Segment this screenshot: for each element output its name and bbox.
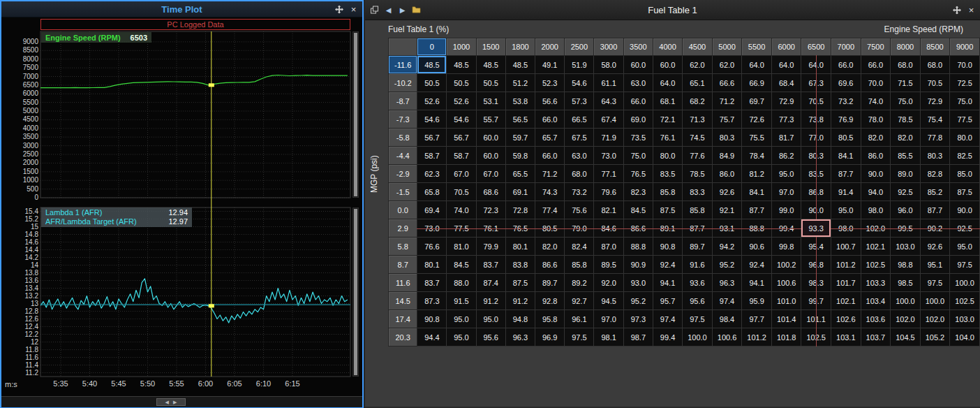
fuel-cell[interactable]: 99.0 [771,201,801,219]
fuel-cell[interactable]: 97.3 [623,310,653,328]
fuel-cell[interactable]: 86.2 [771,147,801,165]
fuel-cell[interactable]: 99.4 [653,328,682,347]
fuel-cell[interactable]: 69.0 [623,110,653,129]
mgp-row-header[interactable]: -1.5 [389,183,417,201]
fuel-cell[interactable]: 56.5 [505,110,535,129]
fuel-cell[interactable]: 80.0 [950,129,980,147]
fuel-cell[interactable]: 102.5 [801,328,831,347]
fuel-cell[interactable]: 91.2 [505,292,535,310]
fuel-cell[interactable]: 77.6 [683,147,713,165]
fuel-cell[interactable]: 64.0 [653,74,682,92]
fuel-cell[interactable]: 86.0 [712,165,742,183]
fuel-cell[interactable]: 87.7 [831,165,861,183]
fuel-cell[interactable]: 91.4 [831,183,861,201]
fuel-cell[interactable]: 90.0 [801,201,831,219]
fuel-cell[interactable]: 85.8 [683,201,713,219]
fuel-cell[interactable]: 72.9 [920,92,950,110]
fuel-cell[interactable]: 73.2 [831,92,861,110]
fuel-cell[interactable]: 98.3 [801,274,831,292]
fuel-cell[interactable]: 82.0 [861,129,891,147]
fuel-cell[interactable]: 94.2 [712,238,742,256]
fuel-cell[interactable]: 82.0 [535,238,565,256]
mgp-row-header[interactable]: 2.9 [389,219,417,238]
close-icon[interactable]: × [349,5,358,14]
fuel-cell[interactable]: 95.0 [771,165,801,183]
fuel-cell[interactable]: 97.5 [683,310,713,328]
fuel-cell[interactable]: 73.0 [417,219,447,238]
fuel-cell[interactable]: 53.8 [505,92,535,110]
fuel-cell[interactable]: 78.0 [861,110,891,129]
fuel-cell[interactable]: 94.0 [861,183,891,201]
fuel-cell[interactable]: 78.5 [683,165,713,183]
fuel-cell[interactable]: 95.2 [623,292,653,310]
fuel-cell[interactable]: 71.2 [535,165,565,183]
fuel-cell[interactable]: 100.6 [712,328,742,347]
fuel-cell[interactable]: 98.5 [891,274,921,292]
fuel-cell[interactable]: 98.8 [891,256,921,274]
fuel-cell[interactable]: 89.7 [535,274,565,292]
fuel-cell[interactable]: 102.6 [831,310,861,328]
fuel-cell[interactable]: 95.0 [447,328,476,347]
fuel-cell[interactable]: 84.1 [742,183,772,201]
fuel-cell[interactable]: 75.0 [950,92,980,110]
rpm-vertical-scrollbar[interactable] [352,31,359,198]
fuel-cell[interactable]: 95.0 [447,310,476,328]
fuel-cell[interactable]: 103.4 [861,292,891,310]
fuel-cell[interactable]: 103.3 [861,274,891,292]
fuel-cell[interactable]: 103.0 [891,238,921,256]
fuel-cell[interactable]: 50.5 [447,74,476,92]
fuel-cell[interactable]: 84.6 [594,219,623,238]
fuel-cell[interactable]: 64.0 [742,56,772,74]
fuel-cell[interactable]: 90.0 [861,165,891,183]
rpm-col-header[interactable]: 9000 [950,38,980,56]
fuel-cell[interactable]: 94.4 [417,328,447,347]
fuel-cell[interactable]: 105.2 [920,328,950,347]
fuel-cell[interactable]: 74.5 [683,129,713,147]
fuel-cell[interactable]: 74.3 [535,183,565,201]
fuel-cell[interactable]: 97.5 [950,256,980,274]
fuel-cell[interactable]: 76.1 [653,129,682,147]
fuel-cell[interactable]: 66.0 [623,92,653,110]
fuel-cell[interactable]: 66.5 [565,110,594,129]
rpm-col-header[interactable]: 1800 [505,38,535,56]
fuel-cell[interactable]: 92.1 [712,201,742,219]
fuel-cell[interactable]: 88.8 [742,219,772,238]
fuel-cell[interactable]: 96.8 [801,256,831,274]
fuel-cell[interactable]: 93.1 [712,219,742,238]
fuel-cell[interactable]: 65.7 [535,129,565,147]
fuel-cell[interactable]: 103.6 [861,310,891,328]
fuel-cell[interactable]: 95.6 [476,328,505,347]
fuel-cell[interactable]: 60.0 [623,56,653,74]
move-icon[interactable] [952,6,961,15]
fuel-cell[interactable]: 83.5 [653,165,682,183]
fuel-cell[interactable]: 85.8 [565,256,594,274]
scroll-right-icon[interactable]: ▶ [173,400,177,405]
fuel-cell[interactable]: 55.7 [476,110,505,129]
fuel-cell[interactable]: 48.5 [447,56,476,74]
fuel-cell[interactable]: 53.1 [476,92,505,110]
fuel-cell[interactable]: 66.0 [535,147,565,165]
fuel-cell[interactable]: 95.9 [742,292,772,310]
fuel-cell[interactable]: 87.7 [683,219,713,238]
fuel-cell[interactable]: 79.6 [594,183,623,201]
fuel-cell[interactable]: 57.3 [565,92,594,110]
close-icon[interactable]: × [967,6,976,15]
fuel-cell[interactable]: 76.5 [623,165,653,183]
fuel-cell[interactable]: 69.4 [417,201,447,219]
fuel-cell[interactable]: 49.1 [535,56,565,74]
fuel-cell[interactable]: 80.1 [505,238,535,256]
fuel-cell[interactable]: 96.9 [535,328,565,347]
rpm-col-header[interactable]: 6000 [771,38,801,56]
mgp-row-header[interactable]: -11.6 [389,56,417,74]
fuel-cell[interactable]: 92.7 [565,292,594,310]
fuel-cell[interactable]: 102.0 [891,310,921,328]
fuel-cell[interactable]: 94.5 [594,292,623,310]
scrollbar-handle[interactable]: ◀ ▶ [156,398,186,406]
rpm-col-header[interactable]: 5500 [742,38,772,56]
fuel-cell[interactable]: 68.6 [476,183,505,201]
fuel-cell[interactable]: 97.5 [565,328,594,347]
fuel-cell[interactable]: 103.0 [950,310,980,328]
fuel-cell[interactable]: 72.3 [476,201,505,219]
fuel-cell[interactable]: 56.7 [447,129,476,147]
fuel-cell[interactable]: 74.0 [447,201,476,219]
